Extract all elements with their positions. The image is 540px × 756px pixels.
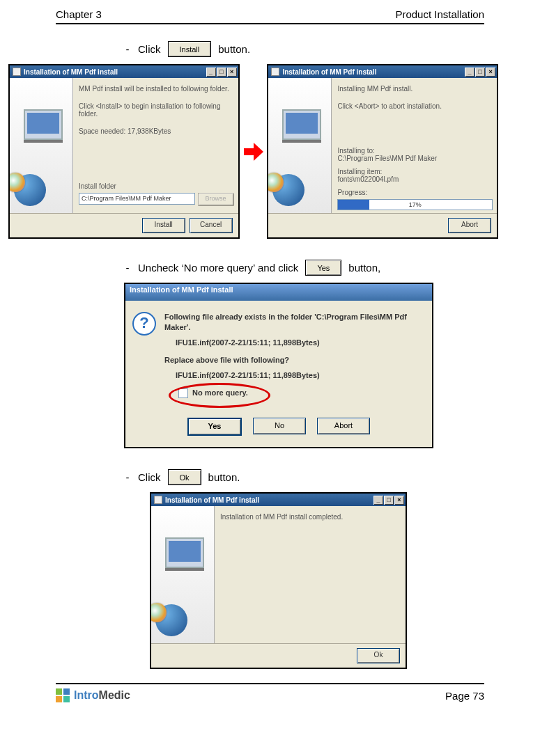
bullet-dash: - xyxy=(124,262,131,274)
win1-line3: Space needed: 17,938KBytes xyxy=(79,127,234,135)
step1-after: button. xyxy=(218,43,250,55)
title-4: Installation of MM Pdf install xyxy=(165,496,259,504)
monitor-icon xyxy=(282,109,321,140)
installing-to-label: Installing to: xyxy=(337,147,493,155)
monitor-icon xyxy=(165,537,204,568)
maximize-icon[interactable]: □ xyxy=(217,68,226,77)
step2-before: Uncheck ‘No more query’ and click xyxy=(138,262,298,274)
bullet-dash: - xyxy=(124,471,131,483)
logo-text-1: Intro xyxy=(74,689,99,701)
dlg3-file2: IFU1E.inf(2007-2-21/15:11; 11,898Bytes) xyxy=(176,370,422,381)
inline-install-button: Install xyxy=(168,41,212,57)
installing-to-path: C:\Program Files\MM Pdf Maker xyxy=(337,155,493,162)
bullet-dash: - xyxy=(124,43,131,55)
yes-button[interactable]: Yes xyxy=(187,418,242,436)
step3-after: button. xyxy=(208,471,240,483)
dialog3-title: Installation of MM Pdf install xyxy=(125,284,432,301)
page-number: Page 73 xyxy=(445,690,484,702)
app-icon xyxy=(154,496,162,504)
maximize-icon[interactable]: □ xyxy=(384,496,394,505)
instruction-2: - Uncheck ‘No more query’ and click Yes … xyxy=(124,260,498,276)
header-chapter: Chapter 3 xyxy=(56,8,102,20)
maximize-icon[interactable]: □ xyxy=(475,68,485,77)
ok-button[interactable]: Ok xyxy=(357,648,400,663)
inline-yes-button: Yes xyxy=(305,260,341,276)
install-window-2: Installation of MM Pdf install _ □ × Ins… xyxy=(267,64,498,239)
installing-item: fonts\m022004l.pfm xyxy=(337,175,493,183)
dlg3-line2: Replace above file with following? xyxy=(164,355,422,365)
titlebar-1: Installation of MM Pdf install _ □ × xyxy=(10,65,238,78)
intromedic-logo: IntroMedic xyxy=(56,688,130,702)
minimize-icon[interactable]: _ xyxy=(373,496,383,505)
install-folder-path[interactable]: C:\Program Files\MM Pdf Maker xyxy=(79,193,195,205)
close-icon[interactable]: × xyxy=(227,68,237,77)
minimize-icon[interactable]: _ xyxy=(465,68,475,77)
no-button[interactable]: No xyxy=(253,418,306,434)
abort-button[interactable]: Abort xyxy=(317,418,370,434)
win2-line1: Installing MM Pdf install. xyxy=(337,85,493,93)
install-folder-label: Install folder xyxy=(79,182,234,190)
instruction-3: - Click Ok button. xyxy=(124,469,498,485)
win1-line2: Click <Install> to begin installation to… xyxy=(79,102,234,118)
screenshot-row-1: Installation of MM Pdf install _ □ × MM … xyxy=(8,64,498,239)
logo-square-icon xyxy=(63,696,70,702)
wizard-sidebar-graphic xyxy=(268,78,332,213)
step1-before: Click xyxy=(138,43,161,55)
logo-square-icon xyxy=(56,688,62,695)
header-title: Product Installation xyxy=(395,8,484,20)
install-button[interactable]: Install xyxy=(142,218,185,233)
question-icon: ? xyxy=(132,312,156,336)
browse-button[interactable]: Browse xyxy=(198,193,234,206)
logo-square-icon xyxy=(56,696,62,702)
installing-item-label: Installing item: xyxy=(337,168,493,175)
close-icon[interactable]: × xyxy=(394,496,404,505)
inline-ok-button: Ok xyxy=(168,469,201,485)
titlebar-2: Installation of MM Pdf install _ □ × xyxy=(268,65,497,78)
app-icon xyxy=(13,68,21,76)
page-header: Chapter 3 Product Installation xyxy=(56,8,484,24)
progress-label: Progress: xyxy=(337,189,493,196)
title-1: Installation of MM Pdf install xyxy=(24,68,118,76)
dlg3-line1: Following file already exists in the fol… xyxy=(164,312,422,333)
red-arrow-icon xyxy=(244,143,263,161)
no-more-query-label: No more query. xyxy=(192,388,248,398)
monitor-icon xyxy=(24,109,63,140)
win4-line1: Installation of MM Pdf install completed… xyxy=(220,513,401,521)
step3-before: Click xyxy=(138,471,161,483)
logo-square-icon xyxy=(63,688,70,695)
replace-file-dialog: Installation of MM Pdf install ? Followi… xyxy=(124,283,433,448)
abort-button[interactable]: Abort xyxy=(448,218,491,233)
app-icon xyxy=(271,68,279,76)
cancel-button[interactable]: Cancel xyxy=(190,218,233,233)
step2-after: button, xyxy=(348,262,380,274)
win2-line2: Click <Abort> to abort installation. xyxy=(337,102,493,110)
no-more-query-row: No more query. xyxy=(178,388,269,398)
win1-line1: MM Pdf install will be installed to foll… xyxy=(79,85,234,93)
wizard-sidebar-graphic xyxy=(151,506,215,643)
title-2: Installation of MM Pdf install xyxy=(282,68,376,76)
install-complete-window: Installation of MM Pdf install _ □ × Ins… xyxy=(150,492,407,669)
minimize-icon[interactable]: _ xyxy=(206,68,216,77)
instruction-1: - Click Install button. xyxy=(124,41,498,57)
page-footer: IntroMedic Page 73 xyxy=(56,683,484,702)
no-more-query-checkbox[interactable] xyxy=(178,388,188,398)
dlg3-file1: IFU1E.inf(2007-2-21/15:11; 11,898Bytes) xyxy=(176,338,422,348)
logo-text-2: Medic xyxy=(99,689,130,701)
titlebar-4: Installation of MM Pdf install _ □ × xyxy=(151,494,406,506)
progress-bar: 17% xyxy=(337,199,493,210)
wizard-sidebar-graphic xyxy=(10,78,73,213)
progress-percent: 17% xyxy=(338,200,492,210)
close-icon[interactable]: × xyxy=(486,68,495,77)
install-window-1: Installation of MM Pdf install _ □ × MM … xyxy=(8,64,240,239)
